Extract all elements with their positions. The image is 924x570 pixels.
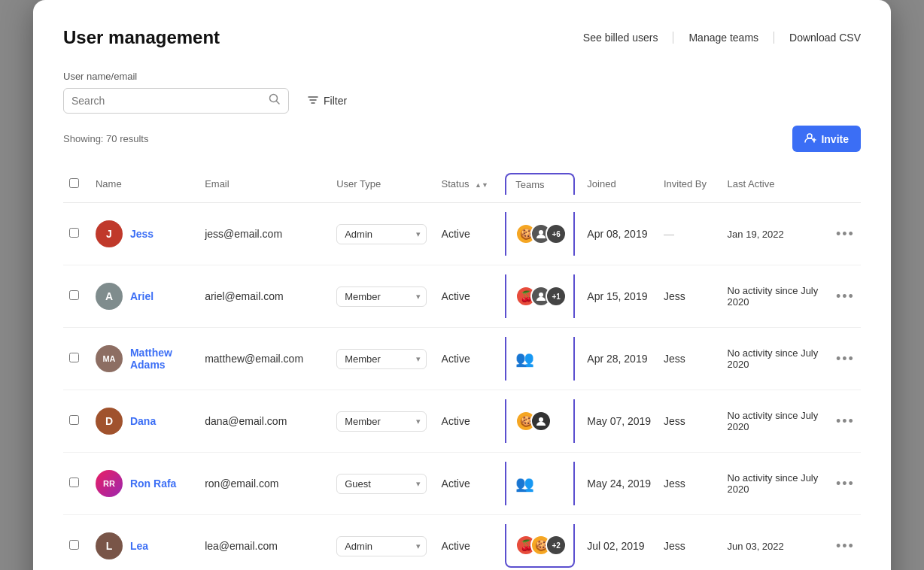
status-sort-icon[interactable]: ▲▼ xyxy=(475,181,488,189)
invited-by-ariel: Jess xyxy=(658,265,722,328)
invited-by-matthew: Jess xyxy=(658,328,722,390)
col-joined: Joined xyxy=(581,165,658,203)
row-actions-menu-lea[interactable]: ••• xyxy=(836,538,855,553)
usertype-select-ariel[interactable]: Admin Member Guest xyxy=(336,287,427,307)
email-dana: dana@email.com xyxy=(199,390,330,453)
usertype-select-wrapper-ron: Admin Member Guest ▾ xyxy=(336,474,427,494)
teams-lea: 🍒🍪+2 xyxy=(499,515,581,571)
no-teams-icon-matthew: 👥 xyxy=(515,350,534,368)
usertype-select-matthew[interactable]: Admin Member Guest xyxy=(336,349,427,369)
col-actions xyxy=(830,165,861,203)
teams-cell-matthew: 👥 xyxy=(505,337,575,381)
user-cell-dana: D Dana xyxy=(96,408,193,435)
no-teams-icon-ron: 👥 xyxy=(515,474,534,493)
header-divider-2 xyxy=(774,32,774,44)
svg-line-1 xyxy=(277,102,280,105)
last-active-ron: No activity since July 2020 xyxy=(722,453,830,515)
user-name-ron[interactable]: Ron Rafa xyxy=(130,478,176,490)
row-checkbox-ron[interactable] xyxy=(69,478,79,487)
col-teams: Teams xyxy=(499,165,581,203)
search-label: User name/email xyxy=(63,71,861,82)
row-actions-menu-dana[interactable]: ••• xyxy=(836,414,855,429)
see-billed-users-link[interactable]: See billed users xyxy=(583,32,658,44)
user-cell-ariel: A Ariel xyxy=(96,283,193,310)
usertype-select-dana[interactable]: Admin Member Guest xyxy=(336,411,427,432)
svg-point-5 xyxy=(539,230,543,235)
status-dana: Active xyxy=(436,390,500,453)
joined-lea: Jul 02, 2019 xyxy=(581,515,658,571)
last-active-ariel: No activity since July 2020 xyxy=(722,265,830,328)
usertype-select-jess[interactable]: Admin Member Guest xyxy=(336,224,427,244)
header-divider xyxy=(673,32,673,44)
filter-button[interactable]: Filter xyxy=(301,89,353,113)
row-checkbox-ariel[interactable] xyxy=(69,290,79,300)
search-input[interactable] xyxy=(71,95,263,107)
avatar-dana: D xyxy=(96,408,123,435)
svg-point-7 xyxy=(539,417,543,422)
row-checkbox-dana[interactable] xyxy=(69,415,79,425)
email-ariel: ariel@email.com xyxy=(199,265,330,328)
avatar-ariel: A xyxy=(96,283,123,310)
last-active-lea: Jun 03, 2022 xyxy=(722,515,830,571)
table-row: D Dana dana@email.com Admin Member Guest… xyxy=(63,390,861,453)
email-lea: lea@email.com xyxy=(199,515,330,571)
joined-jess: Apr 08, 2019 xyxy=(581,203,658,265)
row-checkbox-lea[interactable] xyxy=(69,540,79,550)
table-row: MA MatthewAdams matthew@email.com Admin … xyxy=(63,328,861,390)
invited-by-lea: Jess xyxy=(658,515,722,571)
teams-matthew: 👥 xyxy=(499,328,581,390)
select-all-checkbox[interactable] xyxy=(69,178,79,188)
usertype-select-lea[interactable]: Admin Member Guest xyxy=(336,536,427,556)
joined-ariel: Apr 15, 2019 xyxy=(581,265,658,328)
invited-by-ron: Jess xyxy=(658,453,722,515)
status-lea: Active xyxy=(436,515,500,571)
svg-point-2 xyxy=(807,134,812,138)
email-matthew: matthew@email.com xyxy=(199,328,330,390)
last-active-matthew: No activity since July 2020 xyxy=(722,328,830,390)
row-checkbox-jess[interactable] xyxy=(69,228,79,238)
row-actions-menu-matthew[interactable]: ••• xyxy=(836,351,855,366)
table-row: RR Ron Rafa ron@email.com Admin Member G… xyxy=(63,453,861,515)
avatar-ron: RR xyxy=(96,470,123,497)
row-actions-menu-ariel[interactable]: ••• xyxy=(836,289,855,304)
svg-point-6 xyxy=(539,293,543,297)
team-count-badge: +1 xyxy=(546,286,567,307)
page-title: User management xyxy=(63,27,220,48)
team-count-badge: +2 xyxy=(546,535,567,556)
teams-cell-ron: 👥 xyxy=(505,462,575,505)
col-usertype: User Type xyxy=(330,165,435,203)
manage-teams-link[interactable]: Manage teams xyxy=(688,32,758,44)
users-table: Name Email User Type Status ▲▼ Teams Joi… xyxy=(63,165,861,570)
avatar-jess: J xyxy=(96,220,123,247)
filter-section: User name/email Filter xyxy=(63,71,861,114)
email-jess: jess@email.com xyxy=(199,203,330,265)
row-checkbox-matthew[interactable] xyxy=(69,353,79,362)
user-name-dana[interactable]: Dana xyxy=(130,415,156,427)
status-jess: Active xyxy=(436,203,500,265)
user-name-lea[interactable]: Lea xyxy=(130,540,148,552)
row-actions-menu-jess[interactable]: ••• xyxy=(836,226,855,241)
teams-cell-lea: 🍒🍪+2 xyxy=(505,524,575,568)
usertype-select-ron[interactable]: Admin Member Guest xyxy=(336,474,427,494)
user-cell-ron: RR Ron Rafa xyxy=(96,470,193,497)
avatar-lea: L xyxy=(96,532,123,559)
usertype-select-wrapper-lea: Admin Member Guest ▾ xyxy=(336,536,427,556)
status-ron: Active xyxy=(436,453,500,515)
results-invite-row: Showing: 70 results Invite xyxy=(63,126,861,152)
teams-ariel: 🍒+1 xyxy=(499,265,581,328)
col-checkbox xyxy=(63,165,90,203)
row-actions-menu-ron[interactable]: ••• xyxy=(836,476,855,491)
invite-button[interactable]: Invite xyxy=(792,126,861,152)
last-active-dana: No activity since July 2020 xyxy=(722,390,830,453)
user-name-ariel[interactable]: Ariel xyxy=(130,290,153,302)
user-name-jess[interactable]: Jess xyxy=(130,228,153,240)
invite-label: Invite xyxy=(821,133,849,145)
download-csv-link[interactable]: Download CSV xyxy=(789,32,861,44)
filter-label: Filter xyxy=(324,95,347,107)
usertype-select-wrapper-ariel: Admin Member Guest ▾ xyxy=(336,287,427,307)
col-email: Email xyxy=(199,165,330,203)
user-management-window: User management See billed users Manage … xyxy=(33,0,891,570)
email-ron: ron@email.com xyxy=(199,453,330,515)
user-name-matthew[interactable]: MatthewAdams xyxy=(130,347,172,371)
search-filter-row: Filter xyxy=(63,88,861,114)
